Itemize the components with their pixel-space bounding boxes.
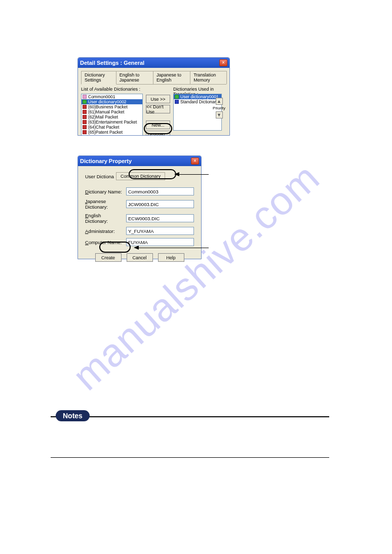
list-item-label: (65)Patent Packet xyxy=(88,130,123,135)
notes-heading: Notes xyxy=(56,410,90,421)
list-item-label: (60)Business Packet xyxy=(88,104,128,109)
priority-controls: ▲ Priority ▼ xyxy=(213,98,225,118)
jp-dict-field[interactable] xyxy=(126,200,194,208)
priority-label: Priority xyxy=(213,106,225,110)
transfer-buttons: Use >> << Don't Use New... Property... xyxy=(146,95,170,136)
tab-en-jp[interactable]: English to Japanese xyxy=(116,71,153,84)
dict-name-field[interactable] xyxy=(126,187,194,195)
dict-icon xyxy=(83,110,87,114)
dict-name-label: DDictionary Name:ictionary Name: xyxy=(85,189,123,194)
dict-icon xyxy=(83,100,87,104)
list-item-label: (64)Chat Packet xyxy=(88,125,119,130)
common-dict-tab[interactable]: Common Dictionary xyxy=(116,172,165,180)
notes-bottom-rule xyxy=(51,457,329,458)
dict-icon xyxy=(83,115,87,119)
dict-icon xyxy=(83,105,87,109)
dict-icon xyxy=(83,130,87,134)
user-dict-tab[interactable]: User Dictiona xyxy=(85,174,114,179)
list-item[interactable]: (65)Patent Packet xyxy=(82,130,142,135)
notes-rule xyxy=(51,416,329,417)
list-item[interactable]: (63)Entertainment Packet xyxy=(82,120,142,125)
priority-down-button[interactable]: ▼ xyxy=(216,111,223,118)
property-button[interactable]: Property... xyxy=(146,131,170,136)
dict-icon xyxy=(83,95,87,99)
tab-jp-en[interactable]: Japanese to English xyxy=(153,71,190,84)
dict-icon xyxy=(83,135,87,136)
list-item[interactable]: (61)Manual Packet xyxy=(82,109,142,114)
titlebar: Dictionary Property × xyxy=(78,156,201,166)
list-item[interactable]: (60)Business Packet xyxy=(82,104,142,109)
en-dict-label: English Dictionary: xyxy=(85,213,123,224)
tab-strip: Dictionary Settings English to Japanese … xyxy=(81,71,226,85)
dict-icon xyxy=(83,125,87,129)
list-item[interactable]: (64)Chat Packet xyxy=(82,125,142,130)
list-item-label: (62)Mail Packet xyxy=(88,114,118,120)
available-label: List of Available Dictionaries : xyxy=(81,87,140,92)
dialog-title: Dictionary Property xyxy=(80,158,132,164)
available-list[interactable]: Common0001 User dictionary0002 (60)Busin… xyxy=(81,94,143,136)
jp-dict-label: Japanese Dictionary: xyxy=(85,199,123,210)
priority-up-button[interactable]: ▲ xyxy=(216,98,223,105)
list-item-label: Common0001 xyxy=(88,94,115,99)
help-button[interactable]: Help xyxy=(158,253,184,262)
dialog-title: Detail Settings : General xyxy=(80,60,144,66)
list-item-label: (60)Elite in Carmale xyxy=(88,135,126,136)
list-item-label: (61)Manual Packet xyxy=(88,109,124,114)
list-item-label: (63)Entertainment Packet xyxy=(88,120,137,125)
admin-field[interactable] xyxy=(126,227,194,235)
dict-icon xyxy=(83,120,87,124)
admin-label: Administrator: xyxy=(85,228,123,234)
list-item[interactable]: (60)Elite in Carmale xyxy=(82,135,142,136)
titlebar: Detail Settings : General × xyxy=(78,58,229,68)
create-button[interactable]: Create xyxy=(95,253,122,262)
close-icon[interactable]: × xyxy=(191,157,199,165)
dont-use-button[interactable]: << Don't Use xyxy=(146,105,170,113)
list-item[interactable]: (62)Mail Packet xyxy=(82,114,142,120)
new-button[interactable]: New... xyxy=(146,121,170,129)
arrowhead-icon xyxy=(174,172,179,176)
dictionary-property-dialog: Dictionary Property × User Dictiona Comm… xyxy=(77,155,202,259)
tab-dictionary-settings[interactable]: Dictionary Settings xyxy=(81,71,116,85)
en-dict-field[interactable] xyxy=(126,214,194,222)
detail-settings-dialog: Detail Settings : General × Dictionary S… xyxy=(77,57,230,136)
cancel-button[interactable]: Cancel xyxy=(127,253,153,262)
list-item-label: User dictionary0002 xyxy=(88,99,127,104)
callout-arrow-icon xyxy=(178,174,209,175)
dict-icon xyxy=(175,100,179,104)
dict-icon xyxy=(175,95,179,99)
callout-arrow-icon xyxy=(138,248,209,248)
use-button[interactable]: Use >> xyxy=(146,95,170,103)
list-item[interactable]: Common0001 xyxy=(82,94,142,99)
computer-label: Computer Name: xyxy=(85,240,123,245)
computer-field[interactable] xyxy=(126,238,194,246)
arrowhead-icon xyxy=(134,246,139,250)
list-item[interactable]: User dictionary0002 xyxy=(82,99,142,104)
tab-translation-memory[interactable]: Translation Memory xyxy=(190,71,227,84)
close-icon[interactable]: × xyxy=(219,59,227,66)
